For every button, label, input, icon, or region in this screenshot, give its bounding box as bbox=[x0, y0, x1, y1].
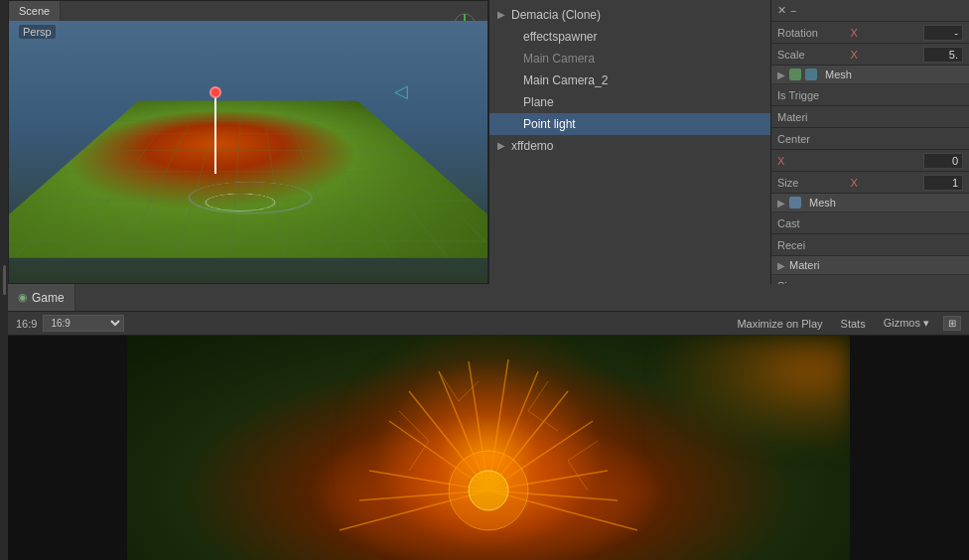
size-x-axis: X bbox=[851, 177, 924, 189]
game-canvas bbox=[127, 336, 850, 560]
center-x-row: X bbox=[771, 150, 969, 172]
maximize-on-play-btn[interactable]: Maximize on Play bbox=[733, 317, 826, 331]
materials-size-row: Siz bbox=[771, 275, 969, 284]
svg-line-27 bbox=[568, 461, 588, 490]
hierarchy-item-point-light[interactable]: Point light bbox=[489, 113, 770, 135]
scene-light-post bbox=[214, 94, 216, 174]
left-resize-handle[interactable] bbox=[0, 0, 8, 560]
center-x-input[interactable] bbox=[923, 153, 963, 169]
hierarchy-item-effectspawner[interactable]: effectspawner bbox=[489, 26, 770, 48]
scene-tab-bar: Scene bbox=[9, 1, 487, 21]
game-tab-icon: ◉ bbox=[18, 291, 28, 304]
material-label: Materi bbox=[777, 111, 963, 123]
inspector-x-icon[interactable]: ✕ bbox=[777, 4, 786, 17]
scale-x-axis: X bbox=[851, 49, 924, 61]
inspector-panel: ✕ − Rotation X Scale X ▶ bbox=[770, 0, 969, 284]
game-view-container bbox=[8, 336, 969, 560]
scale-label: Scale bbox=[777, 49, 851, 61]
size-row: Size X bbox=[771, 172, 969, 194]
material-row: Materi bbox=[771, 106, 969, 128]
hierarchy-item-arrow-demacia-clone: ▶ bbox=[497, 6, 507, 24]
rotation-x-axis: X bbox=[851, 27, 924, 39]
stats-btn[interactable]: Stats bbox=[837, 317, 870, 331]
mesh-label: Mesh bbox=[825, 69, 852, 80]
hierarchy-item-main-camera-2[interactable]: Main Camera_2 bbox=[489, 70, 770, 91]
hierarchy-item-xffdemo[interactable]: ▶xffdemo bbox=[489, 135, 770, 157]
svg-line-20 bbox=[399, 411, 429, 441]
gizmos-arrow-icon: ▾ bbox=[923, 317, 929, 329]
cast-shadows-row: Cast bbox=[771, 212, 969, 234]
game-left-bar bbox=[8, 336, 68, 560]
game-controls-bar: 16:9 16:9 4:3 Free Aspect Maximize on Pl… bbox=[8, 312, 969, 336]
svg-line-24 bbox=[528, 381, 548, 411]
svg-line-26 bbox=[568, 441, 598, 461]
size-label: Size bbox=[777, 177, 851, 189]
svg-point-19 bbox=[469, 471, 508, 510]
center-row: Center bbox=[771, 128, 969, 150]
is-trigger-label: Is Trigge bbox=[777, 89, 963, 101]
svg-line-21 bbox=[409, 441, 429, 471]
receive-shadows-label: Recei bbox=[777, 239, 963, 251]
rotation-row: Rotation X bbox=[771, 22, 969, 44]
cast-shadows-label: Cast bbox=[777, 217, 963, 229]
hierarchy-item-label-main-camera-2: Main Camera_2 bbox=[523, 71, 608, 89]
receive-shadows-row: Recei bbox=[771, 234, 969, 256]
hierarchy-item-main-camera[interactable]: Main Camera bbox=[489, 48, 770, 70]
hierarchy-item-label-demacia-clone: Demacia (Clone) bbox=[511, 6, 601, 24]
game-right-bar bbox=[909, 336, 969, 560]
mesh-renderer-header[interactable]: ▶ Mesh bbox=[771, 194, 969, 212]
materials-arrow-icon: ▶ bbox=[777, 260, 785, 271]
scale-x-input[interactable] bbox=[923, 47, 963, 63]
gizmos-label: Gizmos bbox=[884, 317, 920, 329]
svg-line-23 bbox=[459, 381, 479, 401]
inspector-rows: ✕ − Rotation X Scale X ▶ bbox=[771, 0, 969, 284]
scene-canvas: ◁ Persp bbox=[9, 21, 487, 283]
game-tabbar: ◉ Game bbox=[8, 284, 969, 312]
main-area: Scene ◁ Persp bbox=[8, 0, 969, 560]
game-view bbox=[127, 336, 850, 560]
hierarchy-item-demacia-clone[interactable]: ▶Demacia (Clone) bbox=[489, 4, 770, 26]
center-label: Center bbox=[777, 133, 963, 145]
rotation-label: Rotation bbox=[777, 27, 851, 39]
inspector-close-row: ✕ − bbox=[771, 0, 969, 22]
bottom-section: ◉ Game 16:9 16:9 4:3 Free Aspect Maximiz… bbox=[8, 284, 969, 560]
game-tab-label: Game bbox=[32, 291, 65, 305]
mesh-renderer-arrow-icon: ▶ bbox=[777, 198, 785, 209]
smoke-right-effect bbox=[651, 336, 850, 455]
hierarchy-items-list: ▶Demacia (Clone)effectspawnerMain Camera… bbox=[489, 0, 770, 161]
aspect-ratio-select[interactable]: 16:9 4:3 Free Aspect bbox=[43, 315, 124, 332]
materials-label: Materi bbox=[789, 259, 820, 271]
size-x-input[interactable] bbox=[923, 175, 963, 191]
inspector-minus-icon[interactable]: − bbox=[790, 5, 796, 17]
mesh-renderer-label: Mesh bbox=[809, 197, 836, 209]
scene-tab[interactable]: Scene bbox=[9, 1, 61, 21]
expand-btn[interactable]: ⊞ bbox=[943, 316, 961, 331]
hierarchy-item-label-main-camera: Main Camera bbox=[523, 50, 595, 68]
mesh-color-box bbox=[789, 69, 801, 80]
mesh-renderer-icon bbox=[789, 197, 801, 209]
aspect-ratio-label: 16:9 bbox=[16, 318, 37, 330]
mesh-section-header[interactable]: ▶ Mesh bbox=[771, 66, 969, 84]
scene-grid-plane bbox=[9, 101, 487, 258]
is-trigger-row: Is Trigge bbox=[771, 84, 969, 106]
mesh-icon bbox=[805, 69, 817, 80]
scale-row: Scale X bbox=[771, 44, 969, 66]
scene-persp-label: Persp bbox=[19, 25, 56, 39]
game-controls-left: 16:9 16:9 4:3 Free Aspect bbox=[16, 315, 124, 332]
rotation-x-input[interactable] bbox=[923, 25, 963, 41]
game-tab[interactable]: ◉ Game bbox=[8, 284, 75, 311]
center-x-axis: X bbox=[777, 155, 923, 167]
scene-view: Scene ◁ Persp bbox=[8, 0, 488, 284]
materials-section-header[interactable]: ▶ Materi bbox=[771, 256, 969, 275]
scene-light-ball bbox=[209, 86, 221, 98]
hierarchy-item-plane[interactable]: Plane bbox=[489, 91, 770, 113]
hierarchy-item-arrow-xffdemo: ▶ bbox=[497, 137, 507, 155]
hierarchy-item-label-xffdemo: xffdemo bbox=[511, 137, 553, 155]
scene-gizmo-arrow: ◁ bbox=[394, 80, 408, 102]
top-section: Scene ◁ Persp bbox=[8, 0, 969, 284]
hierarchy-item-label-point-light: Point light bbox=[523, 115, 576, 133]
gizmos-btn[interactable]: Gizmos ▾ bbox=[880, 316, 933, 331]
hierarchy-item-label-effectspawner: effectspawner bbox=[523, 28, 598, 46]
mesh-arrow-icon: ▶ bbox=[777, 70, 785, 80]
hierarchy-panel: ▶Demacia (Clone)effectspawnerMain Camera… bbox=[488, 0, 770, 284]
